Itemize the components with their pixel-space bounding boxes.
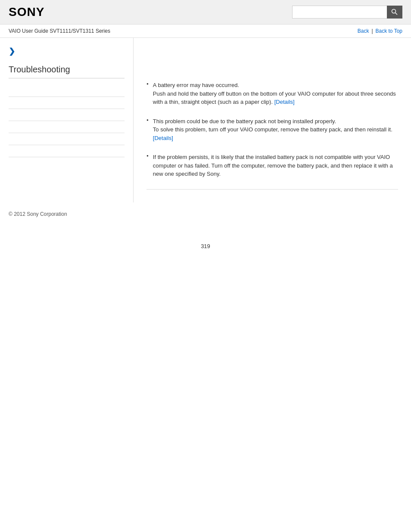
bullet-dot: ● bbox=[146, 118, 149, 123]
copyright: © 2012 Sony Corporation bbox=[9, 211, 67, 217]
search-input[interactable] bbox=[292, 6, 387, 19]
bullet-main-1: A battery error may have occurred. bbox=[153, 82, 239, 88]
details-link-2[interactable]: [Details] bbox=[153, 135, 173, 141]
search-button[interactable] bbox=[387, 6, 402, 19]
content-divider bbox=[146, 189, 398, 194]
list-item bbox=[9, 145, 125, 157]
guide-title: VAIO User Guide SVT1111/SVT1311 Series bbox=[9, 28, 110, 34]
back-link[interactable]: Back bbox=[358, 28, 369, 34]
back-to-top-link[interactable]: Back to Top bbox=[376, 28, 402, 34]
footer: © 2012 Sony Corporation bbox=[0, 202, 411, 226]
list-item bbox=[9, 97, 125, 109]
svg-line-1 bbox=[395, 13, 398, 15]
page-number: 319 bbox=[0, 243, 411, 249]
sidebar-items bbox=[9, 85, 125, 157]
bullet-text-1: A battery error may have occurred. Push … bbox=[153, 81, 398, 106]
list-item: ● A battery error may have occurred. Pus… bbox=[146, 81, 398, 106]
nav-separator: | bbox=[371, 28, 373, 34]
section-title: Troubleshooting bbox=[9, 65, 125, 78]
list-item bbox=[9, 133, 125, 145]
search-container bbox=[292, 6, 402, 19]
sidebar: ❯ Troubleshooting bbox=[0, 38, 134, 202]
breadcrumb-arrow[interactable]: ❯ bbox=[9, 47, 125, 56]
sony-logo: SONY bbox=[9, 5, 44, 19]
bullet-text-2: This problem could be due to the battery… bbox=[153, 117, 398, 143]
bullet-main-2: This problem could be due to the battery… bbox=[153, 118, 336, 124]
bullet-list: ● A battery error may have occurred. Pus… bbox=[146, 81, 398, 178]
search-icon bbox=[391, 9, 398, 16]
main-container: ❯ Troubleshooting ● A battery error may … bbox=[0, 38, 411, 202]
list-item bbox=[9, 85, 125, 97]
details-link-1[interactable]: [Details] bbox=[274, 99, 295, 105]
nav-links: Back | Back to Top bbox=[358, 28, 402, 34]
bullet-main-3: If the problem persists, it is likely th… bbox=[153, 154, 393, 177]
bullet-dot: ● bbox=[146, 153, 149, 159]
content-area: ● A battery error may have occurred. Pus… bbox=[134, 38, 411, 202]
bullet-text-3: If the problem persists, it is likely th… bbox=[153, 153, 398, 178]
bullet-detail-2: To solve this problem, turn off your VAI… bbox=[153, 126, 392, 133]
list-item bbox=[9, 121, 125, 133]
bullet-dot: ● bbox=[146, 81, 149, 87]
navbar: VAIO User Guide SVT1111/SVT1311 Series B… bbox=[0, 25, 411, 38]
list-item: ● This problem could be due to the batte… bbox=[146, 117, 398, 143]
header: SONY bbox=[0, 0, 411, 25]
content-spacer bbox=[146, 47, 398, 81]
list-item bbox=[9, 109, 125, 121]
svg-point-0 bbox=[392, 9, 396, 13]
list-item: ● If the problem persists, it is likely … bbox=[146, 153, 398, 178]
